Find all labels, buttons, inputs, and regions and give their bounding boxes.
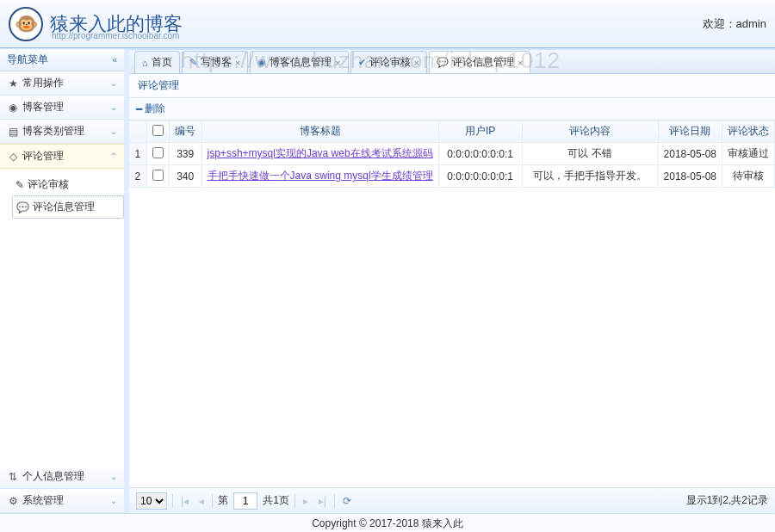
cell-date: 2018-05-08 — [658, 143, 722, 165]
table-row[interactable]: 1339jsp+ssh+mysql实现的Java web在线考试系统源码0:0:… — [129, 143, 775, 165]
delete-button[interactable]: ━删除 — [136, 102, 165, 116]
profile-icon: ⇅ — [7, 471, 19, 483]
col-id[interactable]: 编号 — [169, 121, 202, 143]
cell-id: 340 — [169, 165, 202, 188]
minus-icon: ━ — [136, 103, 142, 115]
cell-content: 可以，手把手指导开发。 — [522, 165, 658, 188]
home-icon: ⌂ — [142, 58, 148, 68]
tab-bar: ⌂首页 ✎写博客× ◉博客信息管理× ✔评论审核× 💬评论信息管理× — [129, 50, 775, 74]
star-icon: ★ — [7, 77, 19, 90]
chevron-down-icon: ⌄ — [110, 496, 117, 505]
cell-title: jsp+ssh+mysql实现的Java web在线考试系统源码 — [202, 143, 438, 165]
footer: Copyright © 2017-2018 猿来入此 — [0, 513, 775, 532]
row-checkbox[interactable] — [152, 147, 164, 158]
blog-icon: ◉ — [7, 102, 19, 114]
page-input[interactable] — [233, 492, 257, 510]
sidebar-item-common[interactable]: ★ 常用操作 ⌄ — [0, 71, 124, 96]
gear-icon: ⚙ — [7, 495, 19, 507]
sidebar-item-comment[interactable]: ◇ 评论管理 ⌃ — [0, 144, 124, 169]
data-grid: 编号 博客标题 用户IP 评论内容 评论日期 评论状态 1339jsp+ssh+… — [129, 121, 775, 487]
panel-title: 评论管理 — [129, 74, 775, 98]
comment-icon: ◇ — [7, 151, 19, 163]
chevron-up-icon: ⌃ — [110, 152, 117, 161]
cell-status: 审核通过 — [722, 143, 775, 165]
cell-content: 可以 不错 — [522, 143, 658, 165]
prev-page-button[interactable]: ◂ — [196, 495, 207, 507]
row-checkbox[interactable] — [152, 170, 164, 181]
chevron-down-icon: ⌄ — [110, 78, 117, 88]
blog-link[interactable]: jsp+ssh+mysql实现的Java web在线考试系统源码 — [208, 147, 433, 159]
bubble-icon: 💬 — [16, 201, 29, 213]
col-date[interactable]: 评论日期 — [658, 121, 722, 143]
blog-link[interactable]: 手把手快速做一个Java swing mysql学生成绩管理 — [208, 170, 433, 182]
header: 🐵 猿来入此的博客 http://programmer.ischoolbar.c… — [0, 0, 775, 48]
category-icon: ▤ — [7, 126, 19, 138]
bubble-icon: 💬 — [437, 57, 449, 68]
cell-status: 待审核 — [722, 165, 775, 188]
cell-ip: 0:0:0:0:0:0:0:1 — [438, 165, 522, 188]
submenu-review[interactable]: ✎ 评论审核 — [12, 174, 124, 195]
check-icon: ✔ — [358, 57, 366, 68]
tab-comment-info[interactable]: 💬评论信息管理× — [429, 51, 530, 73]
chevron-down-icon: ⌄ — [110, 472, 117, 481]
close-icon[interactable]: × — [414, 58, 419, 68]
tab-blog-info[interactable]: ◉博客信息管理× — [250, 51, 348, 73]
select-all-checkbox[interactable] — [152, 125, 164, 136]
next-page-button[interactable]: ▸ — [301, 495, 311, 507]
site-subtitle: http://programmer.ischoolbar.com — [52, 31, 179, 40]
refresh-button[interactable]: ⟳ — [340, 495, 354, 507]
sidebar-item-blog[interactable]: ◉ 博客管理 ⌄ — [0, 96, 124, 120]
sidebar-item-category[interactable]: ▤ 博客类别管理 ⌄ — [0, 120, 124, 144]
col-content[interactable]: 评论内容 — [522, 121, 658, 143]
blog-icon: ◉ — [257, 57, 266, 68]
sidebar-item-system[interactable]: ⚙ 系统管理 ⌄ — [0, 489, 124, 513]
close-icon[interactable]: × — [235, 58, 240, 68]
col-title[interactable]: 博客标题 — [202, 121, 438, 143]
cell-title: 手把手快速做一个Java swing mysql学生成绩管理 — [202, 165, 438, 188]
tab-write[interactable]: ✎写博客× — [182, 51, 248, 73]
row-number: 1 — [129, 143, 146, 165]
logo-icon: 🐵 — [9, 7, 43, 41]
cell-date: 2018-05-08 — [658, 165, 722, 188]
toolbar: ━删除 — [129, 98, 775, 121]
sidebar-header: 导航菜单 « — [0, 49, 124, 71]
col-ip[interactable]: 用户IP — [438, 121, 522, 143]
tab-home[interactable]: ⌂首页 — [134, 51, 180, 73]
chevron-down-icon: ⌄ — [110, 102, 117, 112]
col-status[interactable]: 评论状态 — [722, 121, 775, 143]
header-row: 编号 博客标题 用户IP 评论内容 评论日期 评论状态 — [129, 121, 775, 143]
pager-info: 显示1到2,共2记录 — [686, 493, 768, 508]
pager: 10 |◂ ◂ 第 共1页 ▸ ▸| ⟳ 显示1到2,共2记录 — [129, 487, 775, 513]
sidebar-item-profile[interactable]: ⇅ 个人信息管理 ⌄ — [0, 465, 124, 489]
cell-id: 339 — [169, 143, 202, 165]
collapse-icon[interactable]: « — [112, 55, 117, 65]
tab-review[interactable]: ✔评论审核× — [350, 51, 427, 73]
first-page-button[interactable]: |◂ — [178, 495, 191, 507]
submenu: ✎ 评论审核 💬 评论信息管理 — [0, 169, 124, 226]
page-size-select[interactable]: 10 — [136, 492, 167, 510]
cell-ip: 0:0:0:0:0:0:0:1 — [438, 143, 522, 165]
close-icon[interactable]: × — [518, 58, 523, 68]
edit-icon: ✎ — [16, 179, 24, 191]
sidebar: 导航菜单 « ★ 常用操作 ⌄ ◉ 博客管理 ⌄ ▤ 博客类别管理 ⌄ ◇ 评论… — [0, 49, 129, 513]
chevron-down-icon: ⌄ — [110, 127, 117, 136]
welcome-text: 欢迎：admin — [703, 16, 766, 32]
row-number: 2 — [129, 165, 146, 188]
table-row[interactable]: 2340手把手快速做一个Java swing mysql学生成绩管理0:0:0:… — [129, 165, 775, 188]
edit-icon: ✎ — [189, 57, 197, 68]
last-page-button[interactable]: ▸| — [316, 495, 329, 507]
main-panel: ⌂首页 ✎写博客× ◉博客信息管理× ✔评论审核× 💬评论信息管理× 评论管理 … — [129, 49, 775, 513]
current-user: admin — [736, 17, 766, 30]
close-icon[interactable]: × — [335, 58, 340, 68]
submenu-comment-info[interactable]: 💬 评论信息管理 — [12, 195, 124, 219]
